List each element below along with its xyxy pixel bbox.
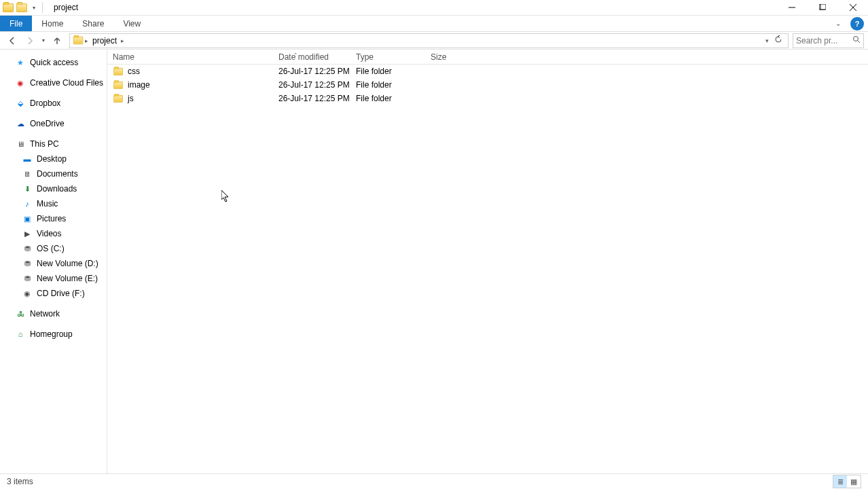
sidebar-item-label: Downloads	[37, 184, 77, 194]
forward-arrow-icon	[25, 36, 35, 46]
address-bar-row: ▾ ▸ project ▸ ▾	[0, 32, 868, 50]
file-row[interactable]: js 26-Jul-17 12:25 PM File folder	[107, 92, 868, 105]
folder-icon	[73, 37, 83, 45]
address-dropdown-icon[interactable]: ▾	[763, 37, 772, 44]
sidebar-item-dropbox[interactable]: ⬙Dropbox	[0, 96, 107, 111]
column-header-date[interactable]: Date modified	[273, 52, 350, 62]
sidebar-item-label: Network	[30, 309, 60, 319]
sidebar-item-label: OS (C:)	[37, 244, 65, 253]
sidebar-item-vol-d[interactable]: ⛃New Volume (D:)	[0, 256, 107, 271]
file-type: File folder	[350, 94, 425, 103]
sidebar-item-onedrive[interactable]: ☁OneDrive	[0, 116, 107, 131]
view-details-button[interactable]: ≣	[833, 475, 847, 488]
sidebar-item-homegroup[interactable]: ⌂Homegroup	[0, 327, 107, 342]
documents-icon: 🗎	[22, 168, 33, 179]
file-row[interactable]: css 26-Jul-17 12:25 PM File folder	[107, 65, 868, 78]
chevron-right-icon[interactable]: ▸	[84, 37, 90, 44]
sidebar-item-label: Homegroup	[30, 329, 73, 339]
creative-cloud-icon: ◉	[15, 77, 26, 88]
tab-share[interactable]: Share	[73, 16, 113, 31]
search-icon[interactable]	[852, 35, 861, 46]
refresh-button[interactable]	[772, 35, 785, 46]
explorer-body: ★Quick access ◉Creative Cloud Files ⬙Dro…	[0, 50, 868, 473]
back-arrow-icon	[7, 36, 17, 46]
svg-line-6	[858, 41, 860, 43]
breadcrumb[interactable]: project	[90, 36, 120, 46]
file-type: File folder	[350, 80, 425, 90]
help-button[interactable]: ?	[850, 17, 864, 31]
close-button[interactable]	[837, 0, 868, 16]
network-icon: 🖧	[15, 308, 26, 319]
sidebar-item-label: This PC	[30, 139, 59, 149]
file-list-pane: ˄ Name Date modified Type Size css 26-Ju…	[107, 50, 868, 473]
maximize-button[interactable]	[807, 0, 837, 16]
file-rows: css 26-Jul-17 12:25 PM File folder image…	[107, 65, 868, 473]
sidebar-item-documents[interactable]: 🗎Documents	[0, 166, 107, 181]
file-row[interactable]: image 26-Jul-17 12:25 PM File folder	[107, 78, 868, 92]
sidebar-item-vol-e[interactable]: ⛃New Volume (E:)	[0, 271, 107, 286]
sidebar-item-desktop[interactable]: ▬Desktop	[0, 151, 107, 166]
sidebar-item-pictures[interactable]: ▣Pictures	[0, 211, 107, 226]
view-icons-button[interactable]: ▦	[847, 475, 861, 488]
sidebar-item-this-pc[interactable]: 🖥This PC	[0, 137, 107, 151]
desktop-icon: ▬	[22, 153, 33, 164]
drive-icon: ⛃	[22, 258, 33, 269]
column-header-name[interactable]: Name	[107, 52, 273, 62]
sidebar-item-cd-f[interactable]: ◉CD Drive (F:)	[0, 286, 107, 301]
folder-icon[interactable]	[16, 3, 27, 12]
back-button[interactable]	[4, 33, 20, 49]
tab-file[interactable]: File	[0, 16, 32, 31]
minimize-icon	[789, 4, 795, 11]
sort-indicator-icon: ˄	[294, 52, 297, 59]
column-header-type[interactable]: Type	[350, 52, 425, 62]
file-date: 26-Jul-17 12:25 PM	[273, 80, 350, 90]
forward-button[interactable]	[22, 33, 38, 49]
column-label: Type	[356, 52, 374, 62]
music-icon: ♪	[22, 198, 33, 209]
column-label: Size	[431, 52, 446, 62]
file-type: File folder	[350, 67, 425, 76]
sidebar-item-music[interactable]: ♪Music	[0, 196, 107, 211]
status-bar: 3 items ≣ ▦	[0, 473, 868, 489]
column-label: Date modified	[278, 52, 329, 62]
sidebar-item-videos[interactable]: ▶Videos	[0, 226, 107, 241]
pictures-icon: ▣	[22, 213, 33, 224]
maximize-icon	[819, 4, 826, 11]
sidebar-item-label: Dropbox	[30, 98, 60, 108]
ribbon-expand-icon[interactable]: ⌄	[830, 16, 846, 31]
search-box[interactable]	[793, 33, 864, 48]
videos-icon: ▶	[22, 228, 33, 239]
sidebar-item-os-c[interactable]: ⛃OS (C:)	[0, 241, 107, 256]
dropbox-icon: ⬙	[15, 98, 26, 109]
app-icon	[3, 3, 14, 12]
downloads-icon: ⬇	[22, 183, 33, 194]
drive-icon: ⛃	[22, 243, 33, 254]
tab-view[interactable]: View	[113, 16, 150, 31]
column-header-size[interactable]: Size	[425, 52, 474, 62]
search-input[interactable]	[796, 36, 852, 46]
address-bar[interactable]: ▸ project ▸ ▾	[69, 33, 789, 48]
tab-home[interactable]: Home	[32, 16, 73, 31]
sidebar-item-network[interactable]: 🖧Network	[0, 306, 107, 321]
chevron-right-icon[interactable]: ▸	[120, 37, 126, 44]
file-date: 26-Jul-17 12:25 PM	[273, 67, 350, 76]
sidebar-item-label: Videos	[37, 229, 61, 238]
recent-dropdown[interactable]: ▾	[39, 33, 48, 49]
folder-icon	[113, 81, 123, 88]
sidebar-item-creative-cloud[interactable]: ◉Creative Cloud Files	[0, 75, 107, 90]
qat-dropdown-icon[interactable]: ▾	[30, 5, 38, 11]
sidebar-item-quick-access[interactable]: ★Quick access	[0, 55, 107, 70]
title-bar: ▾ project	[0, 0, 868, 16]
folder-icon	[113, 67, 123, 75]
disc-icon: ◉	[22, 288, 33, 299]
sidebar-item-label: Documents	[37, 169, 78, 179]
onedrive-icon: ☁	[15, 118, 26, 129]
homegroup-icon: ⌂	[15, 329, 26, 340]
minimize-button[interactable]	[776, 0, 807, 16]
sidebar-item-downloads[interactable]: ⬇Downloads	[0, 181, 107, 196]
file-name: image	[128, 80, 150, 90]
sidebar-item-label: New Volume (E:)	[37, 274, 98, 283]
up-button[interactable]	[49, 33, 65, 49]
file-date: 26-Jul-17 12:25 PM	[273, 94, 350, 103]
close-icon	[850, 4, 856, 11]
